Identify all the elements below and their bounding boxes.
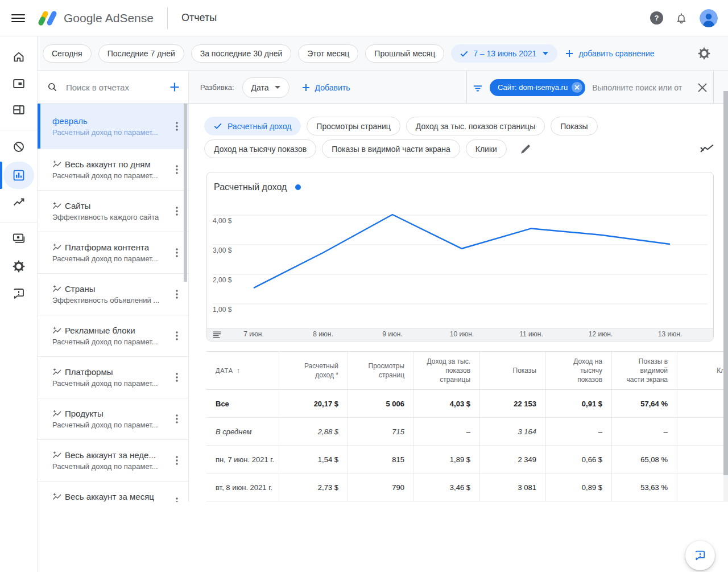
feedback-fab[interactable]: [685, 541, 715, 570]
report-item-menu-icon[interactable]: [170, 286, 184, 302]
selected-date-range-chip[interactable]: 7 – 13 июнь 2021: [451, 44, 557, 63]
add-breakdown-button[interactable]: Добавить: [302, 83, 350, 92]
report-content: Расчетный доходПросмотры страницДоход за…: [189, 104, 728, 502]
column-header[interactable]: Просмотры страниц: [348, 352, 413, 389]
table-cell: –: [545, 418, 611, 445]
sidebar-scrollbar[interactable]: [184, 104, 187, 282]
blocking-controls-icon[interactable]: [0, 133, 37, 161]
table-cell: 4,03 $: [413, 390, 479, 417]
table-cell: [677, 390, 728, 417]
account-avatar[interactable]: [700, 9, 718, 27]
report-list-item[interactable]: Весь аккаунт за неде...Расчетный доход п…: [38, 440, 188, 482]
table-cell: 65,08 %: [611, 446, 677, 473]
report-list-item[interactable]: Рекламные блокиРасчетный доход по параме…: [38, 315, 188, 357]
sidebar-search-row: [38, 71, 188, 104]
report-item-subtitle: Расчетный доход по парамет...: [52, 421, 166, 429]
table-row: Все20,17 $5 0064,03 $22 1530,91 $57,64 %: [206, 390, 728, 418]
column-header[interactable]: Клики: [677, 352, 728, 389]
report-list-item[interactable]: СтраныЭффективность объявлений ...: [38, 274, 188, 315]
filter-search-input[interactable]: [591, 83, 692, 93]
site-filter-chip[interactable]: Сайт: dom-isemya.ru: [490, 79, 585, 96]
add-comparison-button[interactable]: добавить сравнение: [565, 49, 654, 58]
date-range-chip[interactable]: Последние 7 дней: [98, 44, 184, 63]
report-item-subtitle: Расчетный доход по парамет...: [52, 254, 166, 263]
column-header[interactable]: ДАТА↑: [206, 352, 279, 389]
table-body: Все20,17 $5 0064,03 $22 1530,91 $57,64 %…: [206, 390, 728, 501]
report-item-menu-icon[interactable]: [170, 494, 184, 502]
report-item-menu-icon[interactable]: [170, 245, 184, 261]
remove-filter-icon[interactable]: [572, 82, 582, 93]
breakdown-label: Разбивка:: [200, 83, 234, 92]
metric-chip[interactable]: Доход на тысячу показов: [204, 139, 316, 158]
payments-icon[interactable]: [0, 225, 37, 252]
column-header[interactable]: Доход за тыс. показов страницы: [413, 352, 479, 389]
filter-icon[interactable]: [471, 81, 484, 94]
table-cell: 3 081: [479, 474, 545, 501]
toggle-chart-icon[interactable]: [700, 142, 714, 156]
ads-icon[interactable]: [0, 70, 37, 97]
report-list-item[interactable]: Платформа контентаРасчетный доход по пар…: [38, 232, 188, 274]
report-list-item[interactable]: СайтыЭффективность каждого сайта: [38, 191, 188, 232]
report-item-menu-icon[interactable]: [170, 162, 184, 178]
report-item-menu-icon[interactable]: [170, 118, 184, 134]
report-item-title-row: Платформа контента: [52, 242, 166, 252]
chevron-down-icon: [275, 86, 280, 89]
report-list-item[interactable]: февральРасчетный доход по парамет...: [38, 104, 188, 149]
report-settings-gear-icon[interactable]: [697, 47, 711, 60]
report-item-menu-icon[interactable]: [170, 328, 184, 344]
metric-chip[interactable]: Просмотры страниц: [307, 117, 400, 135]
report-item-title: Рекламные блоки: [65, 326, 135, 335]
notifications-bell-icon[interactable]: [675, 11, 688, 25]
metric-chip[interactable]: Расчетный доход: [204, 117, 301, 135]
reports-icon[interactable]: [0, 162, 37, 189]
date-range-chip[interactable]: Прошлый месяц: [365, 44, 444, 63]
report-item-title-row: Весь аккаунт за неде...: [52, 450, 166, 460]
report-item-title-row: Сайты: [52, 201, 166, 211]
menu-icon[interactable]: [11, 11, 25, 25]
table-cell: 3,46 $: [413, 474, 479, 501]
metric-chip[interactable]: Доход за тыс. показов страницы: [406, 117, 545, 135]
home-icon[interactable]: [0, 43, 37, 71]
report-list-item[interactable]: ПлатформыРасчетный доход по парамет...: [38, 357, 188, 398]
table-rows-icon[interactable]: [213, 331, 221, 339]
topbar-divider: [167, 7, 168, 29]
breakdown-dimension-dropdown[interactable]: Дата: [242, 77, 289, 98]
selected-range-label: 7 – 13 июнь 2021: [473, 49, 536, 58]
metric-chip[interactable]: Клики: [466, 139, 507, 158]
metric-chip[interactable]: Показы: [551, 117, 597, 135]
top-app-bar: GoogleAdSense Отчеты ?: [0, 0, 728, 36]
edit-metrics-pencil-icon[interactable]: [519, 143, 532, 155]
metric-chip[interactable]: Показы в видимой части экрана: [322, 139, 460, 158]
close-icon[interactable]: [697, 83, 708, 93]
report-list-item[interactable]: Весь аккаунт за месяц: [38, 482, 188, 502]
report-item-title: Продукты: [65, 409, 104, 418]
table-row: вт, 8 июн. 2021 г.2,73 $7903,46 $3 0810,…: [206, 474, 728, 501]
add-report-icon[interactable]: [169, 81, 180, 93]
date-range-chip[interactable]: За последние 30 дней: [191, 44, 292, 63]
column-header[interactable]: Доход на тысячу показов: [545, 352, 611, 389]
column-header[interactable]: Показы: [479, 352, 545, 389]
adsense-logo[interactable]: GoogleAdSense: [38, 9, 154, 27]
report-item-menu-icon[interactable]: [170, 411, 184, 427]
column-header[interactable]: Расчетный доход *: [279, 352, 348, 389]
table-cell: [677, 446, 728, 473]
report-item-menu-icon[interactable]: [170, 203, 184, 219]
series-line[interactable]: [254, 215, 670, 288]
sites-icon[interactable]: [0, 96, 37, 124]
report-search-input[interactable]: [65, 82, 162, 93]
feedback-icon[interactable]: [0, 280, 37, 307]
column-header[interactable]: Показы в видимой части экрана: [611, 352, 677, 389]
help-icon[interactable]: ?: [650, 11, 663, 24]
report-item-title: Весь аккаунт за месяц: [65, 492, 154, 501]
date-range-chip[interactable]: Этот месяц: [298, 44, 358, 63]
report-item-menu-icon[interactable]: [170, 452, 184, 468]
settings-gear-icon[interactable]: [0, 253, 37, 280]
date-range-chip[interactable]: Сегодня: [43, 44, 92, 63]
report-list-item[interactable]: Весь аккаунт по днямРасчетный доход по п…: [38, 149, 188, 191]
report-list-item[interactable]: ПродуктыРасчетный доход по парамет...: [38, 398, 188, 440]
table-cell: –: [413, 418, 479, 445]
line-chart[interactable]: 4,00 $3,00 $2,00 $1,00 $: [207, 172, 713, 328]
optimization-icon[interactable]: [0, 189, 37, 216]
main-scrollbar-thumb[interactable]: [723, 91, 728, 475]
report-item-menu-icon[interactable]: [170, 369, 184, 385]
